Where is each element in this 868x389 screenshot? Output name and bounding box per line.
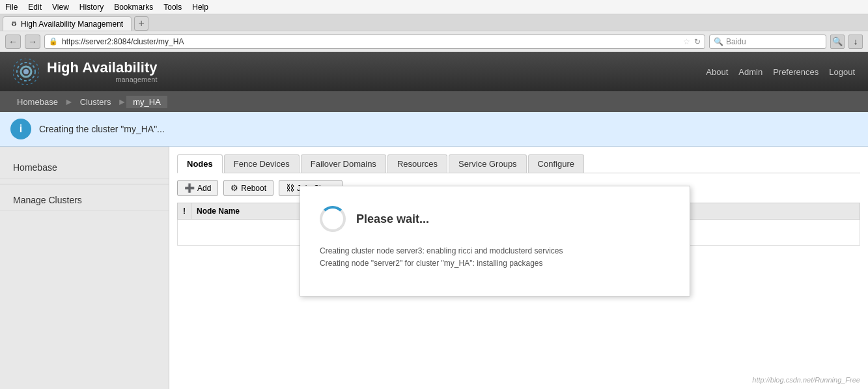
nav-about[interactable]: About [706,67,728,77]
loading-msg-2: Creating node "server2" for cluster "my_… [320,259,543,268]
menu-tools[interactable]: Tools [163,3,182,12]
info-banner: i Creating the cluster "my_HA"... [0,112,868,147]
browser-toolbar: ← → 🔒 https://server2:8084/cluster/my_HA… [0,31,868,52]
download-button[interactable]: ↓ [848,35,863,49]
sidebar-item-manage-clusters[interactable]: Manage Clusters [0,190,169,211]
menu-history[interactable]: History [79,3,104,12]
main-content: Homebase Manage Clusters Nodes Fence Dev… [0,147,868,389]
app-header: High Availability management About Admin… [0,52,868,91]
add-label: Add [197,184,211,193]
add-icon: ➕ [184,183,195,193]
url-text: https://server2:8084/cluster/my_HA [62,37,184,46]
menu-edit[interactable]: Edit [28,3,42,12]
back-button[interactable]: ← [5,35,21,49]
page-footer: http://blog.csdn.net/Running_Free [752,376,860,384]
loading-msg-1: Creating cluster node server3: enabling … [320,246,563,255]
tab-configure[interactable]: Configure [528,154,584,173]
bookmark-star-icon[interactable]: ☆ [683,37,690,46]
info-text: Creating the cluster "my_HA"... [39,124,165,134]
svg-point-3 [23,69,29,74]
tabs-container: Nodes Fence Devices Failover Domains Res… [177,154,860,173]
loading-header: Please wait... [320,206,670,232]
loading-message: Creating cluster node server3: enabling … [320,245,670,270]
breadcrumb: Homebase ► Clusters ► my_HA [0,91,868,112]
app-nav-links: About Admin Preferences Logout [706,67,855,77]
app-logo: High Availability management [13,59,158,85]
breadcrumb-clusters[interactable]: Clusters [74,96,118,108]
browser-tab-ha[interactable]: ⚙ High Availability Management [3,16,132,31]
search-bar[interactable]: 🔍 Baidu [709,35,826,49]
tab-failover-domains[interactable]: Failover Domains [301,154,386,173]
breadcrumb-homebase[interactable]: Homebase [10,96,64,108]
table-col-warn: ! [178,203,191,220]
breadcrumb-current: my_HA [126,96,167,108]
tab-title: High Availability Management [21,20,123,29]
sidebar: Homebase Manage Clusters [0,147,169,389]
tab-fence-devices[interactable]: Fence Devices [224,154,300,173]
content-area: Nodes Fence Devices Failover Domains Res… [169,147,868,389]
loading-overlay: Please wait... Creating cluster node ser… [300,186,690,296]
watermark-text: http://blog.csdn.net/Running_Free [752,376,860,384]
app-subtitle: management [47,76,158,83]
loading-title: Please wait... [356,212,429,226]
join-icon: ⛓ [286,183,294,193]
spinner-circle [320,206,346,232]
reboot-label: Reboot [241,184,266,193]
reboot-icon: ⚙ [231,183,238,193]
app-title: High Availability [47,60,158,76]
tab-bar: ⚙ High Availability Management + [0,14,868,31]
breadcrumb-arrow-2: ► [117,96,126,107]
menu-view[interactable]: View [52,3,69,12]
menu-bookmarks[interactable]: Bookmarks [114,3,153,12]
add-button[interactable]: ➕ Add [177,180,218,196]
forward-button[interactable]: → [25,35,40,49]
menu-file[interactable]: File [5,3,18,12]
tab-service-groups[interactable]: Service Groups [449,154,527,173]
tab-resources[interactable]: Resources [387,154,447,173]
new-tab-button[interactable]: + [134,16,148,31]
reboot-button[interactable]: ⚙ Reboot [223,180,273,196]
lock-icon: 🔒 [49,37,58,46]
tab-nodes[interactable]: Nodes [177,154,223,173]
sidebar-divider [0,184,169,184]
browser-menubar: File Edit View History Bookmarks Tools H… [0,0,868,14]
url-bar[interactable]: 🔒 https://server2:8084/cluster/my_HA ☆ ↻ [44,35,705,49]
search-submit-button[interactable]: 🔍 [830,35,845,49]
search-engine-label: Baidu [726,37,746,46]
spinner [320,206,346,232]
search-engine-icon: 🔍 [714,37,723,46]
sidebar-item-homebase[interactable]: Homebase [0,157,169,179]
nav-logout[interactable]: Logout [829,67,855,77]
menu-help[interactable]: Help [192,3,208,12]
tab-favicon: ⚙ [11,20,17,27]
logo-icon [13,59,39,85]
nav-admin[interactable]: Admin [738,67,763,77]
refresh-icon[interactable]: ↻ [694,37,701,46]
breadcrumb-arrow-1: ► [64,96,74,107]
info-icon: i [10,119,31,139]
logo-text: High Availability management [47,60,158,83]
nav-preferences[interactable]: Preferences [773,67,819,77]
